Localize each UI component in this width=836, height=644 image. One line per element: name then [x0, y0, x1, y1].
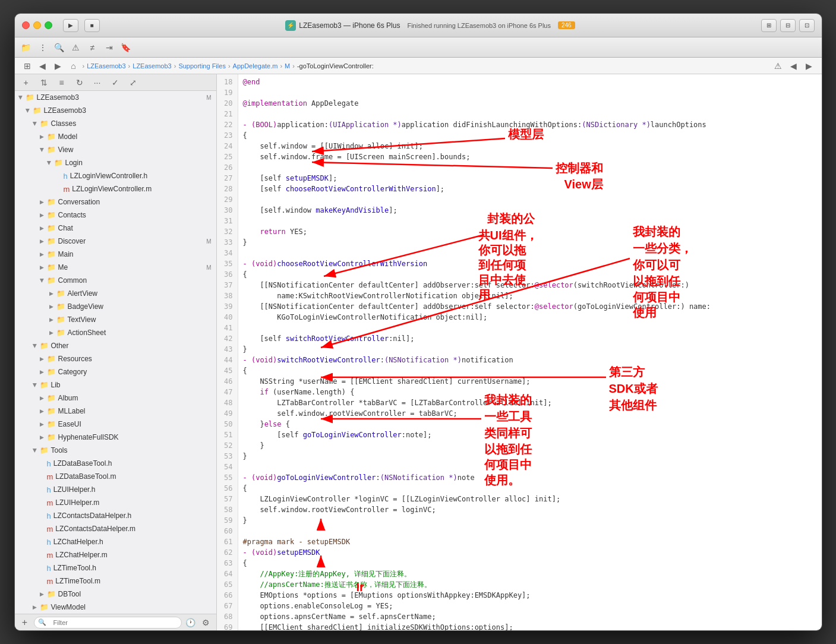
tree-item-root[interactable]: ▶ 📁 LZEasemob3 M [15, 91, 216, 104]
tree-arrow: ▶ [31, 447, 39, 454]
next-nav-icon[interactable]: ▶ [803, 59, 816, 72]
layout-btn-2[interactable]: ⊟ [780, 19, 796, 32]
folder-icon: 📁 [33, 106, 42, 115]
tree-label: LZTimeTool.m [55, 577, 100, 585]
tree-item-view[interactable]: ▶ 📁 View [15, 143, 216, 156]
tree-item-me[interactable]: ▶ 📁 Me M [15, 261, 216, 274]
tree-item-classes[interactable]: ▶ 📁 Classes [15, 117, 216, 130]
tree-item-hyphenate[interactable]: ▶ 📁 HyphenateFullSDK [15, 431, 216, 444]
jump-icon[interactable]: ⇥ [103, 41, 116, 54]
hierarchy-icon[interactable]: ⋮ [36, 41, 49, 54]
home-btn[interactable]: ⌂ [67, 59, 80, 72]
folder-icon[interactable]: 📁 [20, 41, 33, 54]
bookmark-icon[interactable]: 🔖 [119, 41, 133, 54]
warning-count[interactable]: 246 [558, 21, 575, 29]
refresh-icon[interactable]: ↻ [73, 76, 86, 89]
tree-item-lib[interactable]: ▶ 📁 Lib [15, 378, 216, 392]
tree-badge: M [206, 94, 211, 101]
tree-label: Login [65, 159, 83, 167]
tree-item-lzdatabasetool-m[interactable]: ▶ m LZDataBaseTool.m [15, 470, 216, 483]
tree-item-mllabel[interactable]: ▶ 📁 MLLabel [15, 405, 216, 418]
tree-item-easeui[interactable]: ▶ 📁 EaseUI [15, 418, 216, 431]
tree-item-lzuihelper-m[interactable]: ▶ m LZUIHelper.m [15, 496, 216, 509]
warning-icon[interactable]: ⚠ [70, 41, 83, 54]
forward-btn[interactable]: ▶ [52, 59, 65, 72]
h-file-icon: h [47, 459, 51, 468]
tree-item-textview[interactable]: ▶ 📁 TextView [15, 313, 216, 326]
tree-item-common[interactable]: ▶ 📁 Common [15, 274, 216, 287]
layout-btn-3[interactable]: ⊡ [799, 19, 815, 32]
filter-icon[interactable]: ≡ [55, 76, 68, 89]
tree-item-badgeview[interactable]: ▶ 📁 BadgeView [15, 300, 216, 313]
tree-item-contacts[interactable]: ▶ 📁 Contacts [15, 209, 216, 222]
tree-item-lzeasemob3[interactable]: ▶ 📁 LZEasemob3 [15, 104, 216, 117]
tree-item-lztimetool-h[interactable]: ▶ h LZTimeTool.h [15, 561, 216, 574]
tree-item-discover[interactable]: ▶ 📁 Discover M [15, 235, 216, 248]
minimize-button[interactable] [33, 21, 41, 29]
expand-icon[interactable]: ⤢ [127, 76, 140, 89]
breadcrumb-m[interactable]: M [285, 62, 290, 70]
tree-item-alertview[interactable]: ▶ 📁 AlertView [15, 287, 216, 300]
tree-item-lzloginvc-m[interactable]: ▶ m LZLoginViewController.m [15, 182, 216, 195]
tree-item-viewmodel[interactable]: ▶ 📁 ViewModel [15, 601, 216, 614]
diff-icon[interactable]: ≠ [86, 41, 99, 54]
tree-item-model[interactable]: ▶ 📁 Model [15, 130, 216, 143]
tree-item-login[interactable]: ▶ 📁 Login [15, 156, 216, 169]
play-button[interactable]: ▶ [63, 19, 78, 32]
tree-item-lzcontacts-m[interactable]: ▶ m LZContactsDataHelper.m [15, 522, 216, 535]
tree-label: Chat [58, 224, 73, 232]
tree-label: LZUIHelper.m [55, 498, 99, 507]
breadcrumb-lzeasemob3-1[interactable]: LZEasemob3 [87, 62, 125, 70]
grid-icon[interactable]: ⊞ [21, 59, 34, 72]
tree-arrow: ▶ [39, 133, 46, 140]
tree-item-lzloginvc-h[interactable]: ▶ h LZLoginViewController.h [15, 169, 216, 182]
tree-item-other[interactable]: ▶ 📁 Other [15, 339, 216, 352]
tree-item-chat[interactable]: ▶ 📁 Chat [15, 222, 216, 235]
settings-icon[interactable]: ⚙ [200, 616, 213, 629]
breadcrumb-method[interactable]: -goToLoginViewController: [297, 62, 374, 70]
fullscreen-button[interactable] [45, 21, 52, 29]
breadcrumb-lzeasemob3-2[interactable]: LZEasemob3 [133, 62, 171, 70]
search-icon[interactable]: 🔍 [53, 41, 66, 54]
tree-item-resources[interactable]: ▶ 📁 Resources [15, 352, 216, 365]
folder-icon: 📁 [47, 276, 56, 285]
tree-label: DBTool [58, 590, 81, 598]
editor-scroll[interactable]: 1819202122 2324252627 2829303132 3334353… [217, 74, 822, 630]
tree-label: Discover [58, 237, 86, 245]
tree-arrow: ▶ [39, 355, 46, 362]
more-icon[interactable]: ··· [91, 76, 104, 89]
breadcrumb-supporting[interactable]: Supporting Files [178, 62, 226, 70]
code-content[interactable]: @end @implementation AppDelegate - (BOOL… [238, 74, 822, 630]
tree-item-tools[interactable]: ▶ 📁 Tools [15, 444, 216, 457]
sort-icon[interactable]: ⇅ [37, 76, 51, 89]
tree-item-actionsheet[interactable]: ▶ 📁 ActionSheet [15, 326, 216, 339]
tree-item-lztimetool-m[interactable]: ▶ m LZTimeTool.m [15, 574, 216, 588]
tree-item-main[interactable]: ▶ 📁 Main [15, 248, 216, 261]
filter-input[interactable] [49, 617, 178, 628]
stop-button[interactable]: ■ [84, 19, 100, 32]
add-item-icon[interactable]: + [18, 616, 31, 629]
tree-item-lzcontacts-h[interactable]: ▶ h LZContactsDataHelper.h [15, 509, 216, 522]
back-btn[interactable]: ◀ [36, 59, 49, 72]
close-button[interactable] [22, 21, 30, 29]
tree-item-lzdatabasetool-h[interactable]: ▶ h LZDataBaseTool.h [15, 457, 216, 470]
tree-arrow: ▶ [24, 107, 31, 114]
tree-label: EaseUI [58, 420, 81, 428]
tree-item-dbtool[interactable]: ▶ 📁 DBTool [15, 588, 216, 601]
warning-nav-icon[interactable]: ⚠ [772, 59, 785, 72]
tree-item-lzchat-m[interactable]: ▶ m LZChatHelper.m [15, 548, 216, 561]
checkmark-icon[interactable]: ✓ [109, 76, 122, 89]
error-nav-icon[interactable]: ◀ [787, 59, 800, 72]
layout-btn-1[interactable]: ⊞ [761, 19, 777, 32]
tree-label: MLLabel [58, 407, 86, 415]
add-file-icon[interactable]: + [20, 76, 33, 89]
breadcrumb-appdelegate[interactable]: AppDelegate.m [233, 62, 278, 70]
code-editor[interactable]: 1819202122 2324252627 2829303132 3334353… [217, 74, 822, 630]
clock-icon[interactable]: 🕐 [184, 616, 197, 629]
tree-item-album[interactable]: ▶ 📁 Album [15, 392, 216, 405]
folder-icon: 📁 [47, 211, 56, 219]
tree-item-category[interactable]: ▶ 📁 Category [15, 365, 216, 378]
tree-item-lzchat-h[interactable]: ▶ h LZChatHelper.h [15, 535, 216, 548]
tree-item-conversation[interactable]: ▶ 📁 Conversation [15, 195, 216, 209]
tree-item-lzuihelper-h[interactable]: ▶ h LZUIHelper.h [15, 483, 216, 496]
